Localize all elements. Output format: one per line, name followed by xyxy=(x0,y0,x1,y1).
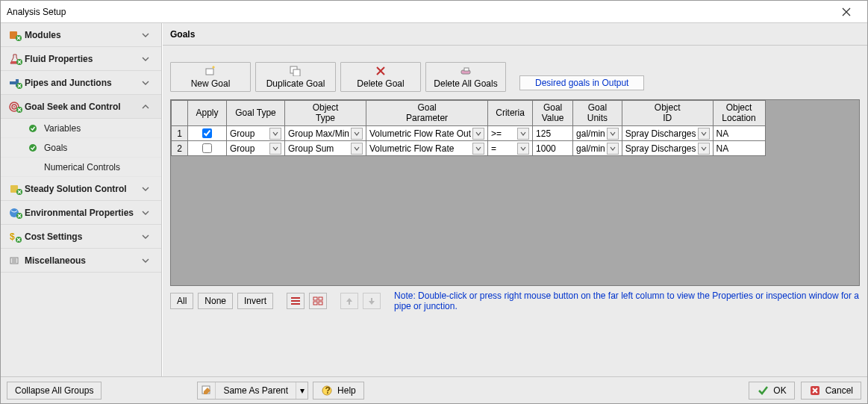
units-cell[interactable]: gal/min xyxy=(573,141,622,156)
col-header-object-type[interactable]: Object Type xyxy=(285,101,366,126)
dropdown-button[interactable] xyxy=(698,143,710,155)
move-down-button[interactable] xyxy=(363,293,381,309)
object-location-cell[interactable]: NA xyxy=(713,141,765,156)
move-up-button[interactable] xyxy=(340,293,358,309)
parameter-cell[interactable]: Volumetric Flow Rate Out xyxy=(366,126,488,141)
nav-goal-seek-control[interactable]: Goal Seek and Control xyxy=(1,95,161,119)
criteria-cell[interactable]: = xyxy=(488,141,533,156)
dropdown-button[interactable] xyxy=(607,128,619,140)
same-as-parent-dropdown[interactable]: Same As Parent ▾ xyxy=(197,382,308,400)
col-header-criteria[interactable]: Criteria xyxy=(488,101,533,126)
duplicate-goal-button[interactable]: Duplicate Goal xyxy=(255,62,336,92)
object-id-cell[interactable]: Spray Discharges xyxy=(622,141,713,156)
object-type-cell[interactable]: Group Sum xyxy=(285,141,366,156)
object-type-cell[interactable]: Group Max/Min xyxy=(285,126,366,141)
goal-type-cell[interactable]: Group xyxy=(227,141,285,156)
desired-goals-output-link[interactable]: Desired goals in Output xyxy=(519,75,644,90)
new-goal-button[interactable]: New Goal xyxy=(170,62,251,92)
collapse-all-groups-button[interactable]: Collapse All Groups xyxy=(7,382,102,400)
table-row[interactable]: 1GroupGroup Max/MinVolumetric Flow Rate … xyxy=(172,126,766,141)
nav-pipes-junctions[interactable]: Pipes and Junctions xyxy=(1,71,161,95)
col-header-goal-parameter[interactable]: Goal Parameter xyxy=(366,101,488,126)
object-location-cell[interactable]: NA xyxy=(713,126,765,141)
dropdown-button[interactable] xyxy=(698,128,710,140)
col-header-object-id[interactable]: Object ID xyxy=(622,101,713,126)
apply-cell[interactable] xyxy=(188,126,227,141)
svg-rect-26 xyxy=(313,302,317,305)
goal-value-cell[interactable]: 125 xyxy=(533,126,573,141)
nav-label: Pipes and Junctions xyxy=(25,78,142,88)
button-label: Delete Goal xyxy=(357,78,404,89)
page-title: Goals xyxy=(163,23,867,46)
button-label: Duplicate Goal xyxy=(266,78,325,89)
table-row[interactable]: 2GroupGroup SumVolumetric Flow Rate=1000… xyxy=(172,141,766,156)
svg-text:$: $ xyxy=(10,231,15,242)
goals-icon xyxy=(28,143,41,153)
close-icon xyxy=(842,7,851,16)
sidebar: Modules Fluid Properties Pipes and Jun xyxy=(1,23,162,376)
col-header-goal-value[interactable]: Goal Value xyxy=(533,101,573,126)
nav-miscellaneous[interactable]: Miscellaneous xyxy=(1,249,161,273)
dropdown-button[interactable] xyxy=(351,143,363,155)
new-icon xyxy=(204,65,216,77)
units-cell[interactable]: gal/min xyxy=(573,126,622,141)
nav-fluid-properties[interactable]: Fluid Properties xyxy=(1,47,161,71)
dropdown-button[interactable] xyxy=(472,143,484,155)
nav-sub-numerical-controls[interactable]: Numerical Controls xyxy=(1,158,161,177)
select-all-button[interactable]: All xyxy=(170,293,193,309)
goal-type-cell[interactable]: Group xyxy=(227,126,285,141)
goal-value-cell[interactable]: 1000 xyxy=(533,141,573,156)
dropdown-button[interactable] xyxy=(517,143,529,155)
chevron-down-icon xyxy=(142,257,155,264)
apply-cell[interactable] xyxy=(188,141,227,156)
object-id-cell[interactable]: Spray Discharges xyxy=(622,126,713,141)
col-header-goal-type[interactable]: Goal Type xyxy=(227,101,285,126)
svg-point-10 xyxy=(29,125,37,132)
svg-text:?: ? xyxy=(325,385,331,396)
svg-point-11 xyxy=(29,144,37,152)
dropdown-button[interactable] xyxy=(269,143,281,155)
nav-sub-label: Variables xyxy=(44,123,81,134)
apply-checkbox[interactable] xyxy=(202,128,212,138)
nav-steady-solution[interactable]: Steady Solution Control xyxy=(1,177,161,201)
modules-icon xyxy=(7,29,25,41)
apply-checkbox[interactable] xyxy=(202,143,212,153)
nav-environmental[interactable]: Environmental Properties xyxy=(1,201,161,225)
col-header-object-location[interactable]: Object Location xyxy=(713,101,765,126)
main-panel: Goals New Goal Duplicate Goal Delete Goa… xyxy=(162,23,867,376)
row-number[interactable]: 2 xyxy=(172,141,188,156)
dropdown-button[interactable] xyxy=(472,128,484,140)
svg-rect-21 xyxy=(293,69,300,76)
select-invert-button[interactable]: Invert xyxy=(237,293,273,309)
criteria-cell[interactable]: >= xyxy=(488,126,533,141)
view-list2-button[interactable] xyxy=(309,293,327,309)
col-header-rownum[interactable] xyxy=(172,101,188,126)
row-number[interactable]: 1 xyxy=(172,126,188,141)
ok-button[interactable]: OK xyxy=(749,382,794,400)
link-label: Desired goals in Output xyxy=(535,78,628,88)
col-header-apply[interactable]: Apply xyxy=(188,101,227,126)
cancel-button[interactable]: Cancel xyxy=(801,382,861,400)
help-button[interactable]: ? Help xyxy=(313,382,364,400)
svg-rect-24 xyxy=(313,297,317,300)
goals-grid[interactable]: Apply Goal Type Object Type Goal Paramet… xyxy=(170,99,860,286)
nav-sub-variables[interactable]: Variables xyxy=(1,119,161,138)
delete-goal-button[interactable]: Delete Goal xyxy=(340,62,421,92)
nav-cost-settings[interactable]: $ Cost Settings xyxy=(1,225,161,249)
parameter-cell[interactable]: Volumetric Flow Rate xyxy=(366,141,488,156)
dropdown-button[interactable] xyxy=(351,128,363,140)
flask-icon xyxy=(7,53,25,65)
dropdown-button[interactable] xyxy=(517,128,529,140)
dropdown-button[interactable] xyxy=(269,128,281,140)
dropdown-button[interactable] xyxy=(607,143,619,155)
nav-modules[interactable]: Modules xyxy=(1,23,161,47)
goals-toolbar: New Goal Duplicate Goal Delete Goal Dele… xyxy=(170,62,860,92)
close-button[interactable] xyxy=(831,1,861,22)
delete-all-goals-button[interactable]: Delete All Goals xyxy=(425,62,506,92)
nav-label: Steady Solution Control xyxy=(25,184,142,194)
nav-sub-goals[interactable]: Goals xyxy=(1,138,161,158)
view-list1-button[interactable] xyxy=(287,293,305,309)
col-header-goal-units[interactable]: Goal Units xyxy=(573,101,622,126)
select-none-button[interactable]: None xyxy=(198,293,233,309)
help-icon: ? xyxy=(321,385,333,397)
